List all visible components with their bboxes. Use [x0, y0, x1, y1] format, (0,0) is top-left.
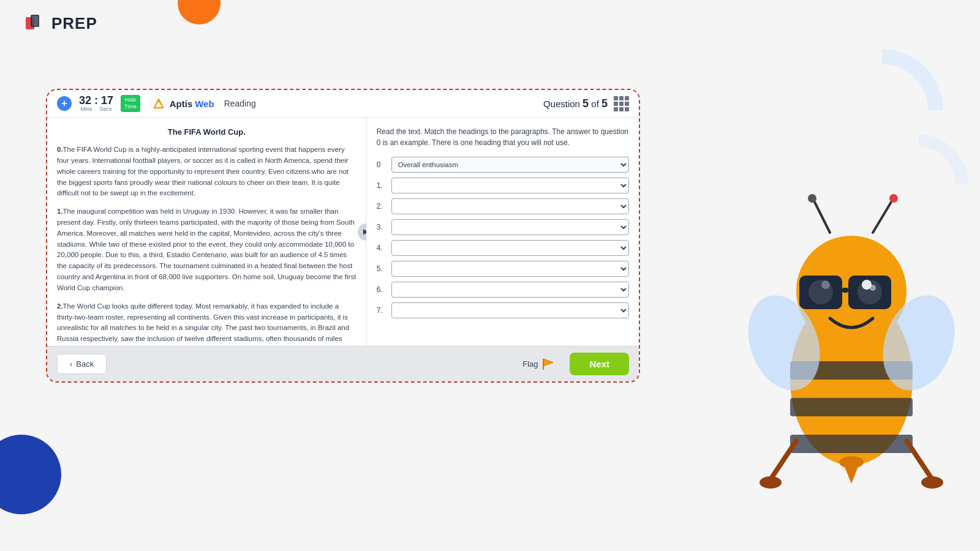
passage-paragraph-0: 0.The FIFA World Cup is a highly-anticip… [57, 144, 356, 199]
svg-rect-13 [790, 398, 913, 416]
section-label: Reading [224, 99, 256, 108]
header: PREP [24, 12, 97, 34]
quiz-card: + 32 : 17 Mins Secs HideTime AptisWeb Re… [46, 89, 640, 383]
timer-labels: Mins Secs [81, 106, 112, 112]
dropdown-select-2[interactable] [391, 198, 629, 214]
svg-line-7 [815, 202, 830, 233]
brand-logo: AptisWeb [150, 95, 214, 112]
svg-point-10 [889, 194, 898, 203]
svg-rect-2 [32, 16, 38, 26]
dropdown-row-0: 0 Overall enthusiasm [377, 157, 629, 173]
dropdown-select-4[interactable] [391, 240, 629, 256]
svg-point-30 [760, 476, 782, 489]
next-button[interactable]: Next [570, 353, 629, 375]
dropdown-select-3[interactable] [391, 219, 629, 235]
dropdown-row-4: 4. [377, 240, 629, 256]
svg-rect-14 [790, 435, 913, 453]
question-info: Question 5 of 5 [543, 96, 629, 111]
svg-point-3 [151, 96, 167, 111]
dropdown-select-1[interactable] [391, 178, 629, 193]
svg-point-18 [821, 280, 830, 289]
svg-marker-5 [543, 359, 553, 366]
passage-paragraph-2: 2.The World Cup looks quite different to… [57, 301, 356, 346]
svg-rect-23 [842, 288, 848, 293]
dropdown-select-7[interactable] [391, 302, 629, 318]
dropdown-row-5: 5. [377, 261, 629, 277]
answer-pane: Read the text. Match the headings to the… [367, 118, 639, 346]
timer-value: 32 : 17 [79, 95, 113, 106]
dropdown-row-6: 6. [377, 282, 629, 298]
dropdown-select-6[interactable] [391, 282, 629, 298]
dropdown-select-5[interactable] [391, 261, 629, 277]
dropdown-row-7: 7. [377, 302, 629, 318]
quiz-body: The FIFA World Cup. 0.The FIFA World Cup… [47, 118, 639, 346]
svg-point-31 [921, 476, 943, 489]
passage-pane: The FIFA World Cup. 0.The FIFA World Cup… [47, 118, 367, 346]
dropdown-row-3: 3. [377, 219, 629, 235]
svg-line-9 [873, 202, 891, 233]
dropdown-select-0[interactable]: Overall enthusiasm [391, 157, 629, 173]
logo-text: PREP [51, 14, 97, 33]
timer-block: 32 : 17 Mins Secs [79, 95, 113, 112]
svg-marker-27 [844, 465, 859, 484]
question-label: Question 5 of 5 [543, 97, 608, 110]
collapse-pane-button[interactable]: ▶ [358, 223, 367, 241]
svg-point-4 [157, 100, 160, 102]
grid-view-icon[interactable] [614, 96, 629, 111]
svg-point-22 [870, 285, 876, 291]
svg-point-8 [808, 194, 816, 203]
back-chevron-icon: ‹ [70, 359, 72, 369]
brand-aptis: Aptis [170, 99, 193, 109]
quiz-header: + 32 : 17 Mins Secs HideTime AptisWeb Re… [47, 90, 639, 118]
plus-button[interactable]: + [57, 96, 72, 111]
svg-line-28 [772, 441, 796, 478]
dropdown-row-1: 1. [377, 178, 629, 193]
aptis-logo-icon [150, 95, 167, 112]
quiz-footer: ‹ Back Flag Next [47, 346, 639, 381]
dropdown-row-2: 2. [377, 198, 629, 214]
svg-line-29 [907, 441, 931, 478]
instruction-text: Read the text. Match the headings to the… [377, 126, 629, 148]
bee-robot-mascot [735, 184, 968, 551]
brand-web: Web [195, 99, 214, 109]
back-button[interactable]: ‹ Back [57, 354, 107, 374]
passage-title: The FIFA World Cup. [57, 126, 356, 138]
prep-logo-icon [24, 12, 47, 34]
decorative-blue-circle [0, 435, 61, 514]
flag-icon [541, 358, 555, 371]
passage-paragraph-1: 1.The inaugural competition was held in … [57, 206, 356, 294]
flag-button[interactable]: Flag [522, 358, 555, 371]
hide-time-button[interactable]: HideTime [121, 95, 140, 112]
decorative-orange-circle [178, 0, 221, 24]
